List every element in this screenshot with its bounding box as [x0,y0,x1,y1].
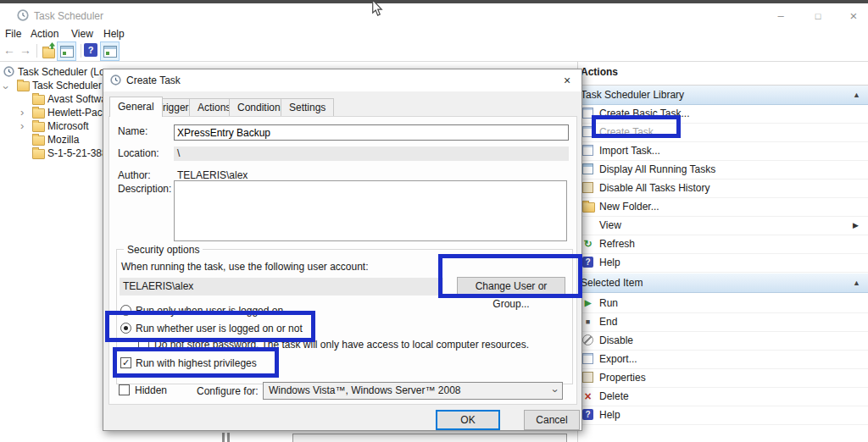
configure-for-value: Windows Vista™, Windows Server™ 2008 [269,384,461,396]
author-label: Author: [118,169,151,181]
tab-settings[interactable]: Settings [281,98,334,116]
forward-icon[interactable]: → [19,43,31,57]
library-folder-icon [17,81,30,91]
section-header-library[interactable]: Task Scheduler Library ▲ [578,86,868,105]
menubar: File Action View Help [0,25,868,41]
annotation-box-change-user [438,254,582,298]
chevron-expanded-icon[interactable]: › [1,86,12,89]
clock-icon [3,66,14,80]
toolbar: ← → ? [0,41,868,62]
action-item-view[interactable]: View ▶ [578,216,868,235]
action-item-delete[interactable]: × Delete [578,387,868,406]
name-input[interactable] [174,124,569,141]
configure-for-dropdown[interactable]: Windows Vista™, Windows Server™ 2008 › [263,382,563,400]
dialog-title: Create Task [126,75,181,86]
dialog-close-icon[interactable]: × [554,69,580,91]
cancel-button[interactable]: Cancel [524,410,580,430]
action-item-help-selected[interactable]: ? Help [578,406,868,425]
description-input[interactable] [174,180,567,241]
chevron-collapsed-icon[interactable]: › [20,120,24,131]
menu-view[interactable]: View [68,27,97,41]
end-icon: ■ [581,312,594,331]
action-item-help[interactable]: ? Help [578,253,868,273]
new-folder-icon [582,202,595,213]
mouse-cursor [371,0,383,17]
chevron-collapsed-icon[interactable]: › [20,107,24,118]
action-item-disable[interactable]: Disable [578,331,868,351]
action-item-display-running[interactable]: Display All Running Tasks [578,160,868,180]
annotation-box-create-task [592,115,681,138]
action-item-refresh[interactable]: ↻ Refresh [578,235,868,254]
running-tasks-icon [582,163,593,174]
help-icon: ? [582,257,593,268]
menu-help[interactable]: Help [100,27,128,41]
folder-icon [32,122,45,132]
description-label: Description: [118,183,171,195]
folder-icon [32,135,45,146]
action-pane-toggle-icon[interactable] [100,41,120,61]
account-prompt: When running the task, use the following… [121,261,369,273]
delete-icon: × [581,387,594,406]
dropdown-chevron-icon: › [549,390,560,393]
disable-icon [582,334,593,345]
configure-for-label: Configure for: [197,385,259,397]
back-icon[interactable]: ← [3,43,15,57]
console-pane-toggle-icon[interactable] [57,41,76,61]
annotation-box-highest-privileges [113,347,279,378]
action-item-properties[interactable]: Properties [578,368,868,388]
actions-pane-title: Actions [581,66,618,78]
properties-icon [582,372,593,383]
menu-file[interactable]: File [2,27,25,41]
clock-icon [110,75,121,88]
window-title: Task Scheduler [34,10,103,22]
tab-general[interactable]: General [109,97,163,117]
collapse-icon[interactable]: ▲ [853,86,860,104]
refresh-icon: ↻ [581,235,594,253]
checkbox-hidden-label[interactable]: Hidden [135,384,167,396]
import-task-icon [582,145,593,156]
submenu-arrow-icon: ▶ [853,216,859,235]
folder-icon [32,108,45,119]
action-item-disable-history[interactable]: Disable All Tasks History [578,179,868,198]
security-options-title: Security options [124,244,203,256]
folder-icon [32,149,45,159]
help-icon[interactable]: ? [84,43,97,57]
action-item-run[interactable]: ▶ Run [578,294,868,313]
middle-pane-edge [292,434,567,442]
toolbar-separator [81,44,81,58]
section-header-selected-item[interactable]: Selected Item ▲ [578,273,868,293]
annotation-box-run-whether [105,311,315,342]
collapse-icon[interactable]: ▲ [853,273,860,292]
location-value: \ [174,146,569,161]
dialog-titlebar: Create Task × [103,69,581,91]
maximize-button[interactable]: □ [805,7,831,25]
checkbox-hidden[interactable] [119,384,130,395]
minimize-button[interactable]: – [768,7,793,25]
action-item-new-folder[interactable]: New Folder... [578,197,868,217]
titlebar: Task Scheduler – □ × [0,3,868,25]
close-button[interactable]: × [841,7,866,25]
ok-button[interactable]: OK [436,410,500,430]
run-icon: ▶ [581,294,594,312]
menu-action[interactable]: Action [27,27,62,41]
folder-icon [32,95,45,105]
action-item-export[interactable]: Export... [578,350,868,369]
author-value: TELAERIS\alex [177,169,248,181]
pane-splitter[interactable] [227,433,230,442]
help-icon: ? [582,409,593,420]
history-icon [582,182,593,193]
task-scheduler-window: Task Scheduler – □ × File Action View He… [0,0,868,442]
export-icon [582,353,593,364]
name-label: Name: [118,125,147,137]
action-item-end[interactable]: ■ End [578,312,868,332]
pane-splitter[interactable] [222,433,225,442]
account-value: TELAERIS\alex [120,278,443,296]
location-label: Location: [118,147,159,159]
action-item-import-task[interactable]: Import Task... [578,141,868,161]
app-clock-icon [17,9,29,24]
toolbar-separator [36,44,37,58]
